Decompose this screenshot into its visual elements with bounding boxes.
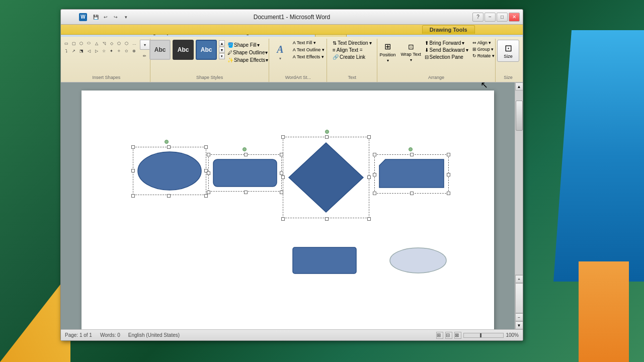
rotate-btn[interactable]: ↻ Rotate ▾ bbox=[471, 53, 496, 59]
shape-more[interactable]: … bbox=[131, 40, 138, 47]
shape-rounded-rect[interactable]: ▢ bbox=[70, 40, 77, 47]
handle-tr-4[interactable] bbox=[447, 153, 450, 156]
zoom-out-btn[interactable]: − bbox=[515, 313, 523, 321]
handle-bl-2[interactable] bbox=[207, 191, 210, 194]
shape-r2-5[interactable]: ▷ bbox=[93, 47, 100, 54]
document-page[interactable] bbox=[82, 90, 494, 329]
rect-shape-5[interactable] bbox=[292, 246, 357, 275]
text-outline-btn[interactable]: A Text Outline ▾ bbox=[291, 47, 326, 53]
handle-tl-2[interactable] bbox=[207, 153, 210, 156]
shape-pentagon[interactable]: ⬠ bbox=[116, 40, 123, 47]
scroll-down-btn[interactable]: ▼ bbox=[515, 321, 523, 329]
handle-mr-4[interactable] bbox=[447, 173, 450, 176]
send-backward-btn[interactable]: ⬇ Send Backward ▾ bbox=[423, 47, 470, 53]
handle-bl-4[interactable] bbox=[373, 192, 376, 195]
shape-r2-4[interactable]: ◁ bbox=[86, 47, 93, 54]
draw-freeform[interactable]: ✏ bbox=[140, 51, 150, 61]
shape-triangle[interactable]: △ bbox=[93, 40, 100, 47]
handle-tr-1[interactable] bbox=[204, 145, 208, 149]
handle-ml-4[interactable] bbox=[373, 173, 376, 176]
handle-tl-4[interactable] bbox=[373, 153, 376, 156]
handle-tl-1[interactable] bbox=[131, 145, 135, 149]
smalloval-shape-6[interactable] bbox=[388, 246, 448, 275]
wrap-text-btn[interactable]: ⊡ Wrap Text ▾ bbox=[400, 40, 422, 65]
zoom-slider[interactable] bbox=[515, 283, 523, 313]
style-sample-3[interactable]: Abc bbox=[196, 40, 217, 60]
shape-r2-9[interactable]: ✩ bbox=[123, 47, 130, 54]
style-sample-2[interactable]: Abc bbox=[173, 40, 194, 60]
view-web-btn[interactable]: ⊟ bbox=[445, 332, 452, 339]
handle-tr-3[interactable] bbox=[367, 135, 371, 139]
view-read-btn[interactable]: ⊠ bbox=[454, 332, 461, 339]
style-down-arrow[interactable]: ▼ bbox=[219, 47, 225, 53]
minimize-btn[interactable]: − bbox=[485, 13, 496, 22]
align-text-btn[interactable]: ≡ Align Text = bbox=[331, 47, 373, 53]
vertical-scrollbar[interactable]: ▲ + − ▼ bbox=[515, 82, 523, 329]
shape-rect-container[interactable] bbox=[292, 246, 357, 276]
handle-ml-2[interactable] bbox=[207, 171, 210, 175]
rotation-handle-1[interactable] bbox=[165, 140, 169, 144]
shape-diamond-container[interactable] bbox=[287, 141, 365, 215]
save-qa-btn[interactable]: 💾 bbox=[91, 13, 100, 22]
shape-effects-btn[interactable]: ✨ Shape Effects ▾ bbox=[226, 57, 270, 63]
shape-rect[interactable]: ▭ bbox=[63, 40, 70, 47]
zoom-bar[interactable] bbox=[463, 333, 504, 338]
shape-r2-10[interactable]: ⊕ bbox=[131, 47, 138, 54]
scroll-thumb[interactable] bbox=[516, 101, 523, 131]
shape-r2-1[interactable]: ⤵ bbox=[63, 47, 70, 54]
maximize-btn[interactable]: □ bbox=[497, 13, 508, 22]
shape-r2-2[interactable]: ↗ bbox=[70, 47, 77, 54]
rotation-handle-2[interactable] bbox=[243, 147, 247, 151]
redo-qa-btn[interactable]: ↪ bbox=[111, 13, 120, 22]
handle-br-1[interactable] bbox=[204, 194, 208, 198]
align-btn[interactable]: ⇔ Align ▾ bbox=[471, 40, 496, 46]
close-btn[interactable]: ✕ bbox=[509, 13, 520, 22]
group-btn[interactable]: ⊞ Group ▾ bbox=[471, 46, 496, 52]
handle-tl-3[interactable] bbox=[281, 135, 285, 139]
handle-tm-1[interactable] bbox=[167, 145, 171, 149]
text-effects-btn[interactable]: A Text Effects ▾ bbox=[291, 54, 326, 60]
selection-pane-btn[interactable]: ⊟ Selection Pane bbox=[423, 54, 470, 60]
style-more-arrow[interactable]: ▾ bbox=[219, 53, 225, 59]
shape-r2-3[interactable]: ⬔ bbox=[78, 47, 85, 54]
shape-diamond2[interactable]: ◇ bbox=[108, 40, 115, 47]
shape-snip-rect[interactable]: ⬡ bbox=[78, 40, 85, 47]
position-btn[interactable]: ⊞ Position ▾ bbox=[377, 40, 399, 65]
shape-r2-6[interactable]: ☆ bbox=[101, 47, 108, 54]
shape-roundrect-container[interactable] bbox=[212, 158, 278, 189]
shape-hexagon[interactable]: ⬡ bbox=[123, 40, 130, 47]
shape-fill-btn[interactable]: 🪣 Shape Fill ▾ bbox=[226, 42, 270, 48]
text-fill-btn[interactable]: A Text Fill ▾ bbox=[291, 40, 326, 46]
handle-tm-3[interactable] bbox=[325, 135, 329, 139]
create-link-btn[interactable]: 🔗 Create Link bbox=[331, 54, 373, 60]
shape-outline-btn[interactable]: 🖊 Shape Outline ▾ bbox=[226, 49, 270, 56]
style-up-arrow[interactable]: ▲ bbox=[219, 40, 225, 46]
style-sample-1[interactable]: Abc bbox=[149, 40, 171, 60]
handle-br-3[interactable] bbox=[367, 217, 371, 221]
shape-oval[interactable]: ⬭ bbox=[86, 40, 93, 47]
customize-qa-btn[interactable]: ▾ bbox=[121, 13, 130, 22]
handle-bm-1[interactable] bbox=[167, 194, 171, 198]
handle-tm-2[interactable] bbox=[244, 153, 248, 156]
handle-br-4[interactable] bbox=[447, 192, 450, 195]
shape-sniprect-container[interactable] bbox=[378, 158, 445, 190]
shape-r2-8[interactable]: ✧ bbox=[116, 47, 123, 54]
handle-mr-3[interactable] bbox=[367, 175, 371, 179]
handle-ml-3[interactable] bbox=[281, 175, 285, 179]
undo-qa-btn[interactable]: ↩ bbox=[101, 13, 110, 22]
wordart-gallery-btn[interactable]: A ▾ bbox=[270, 40, 290, 65]
handle-bl-3[interactable] bbox=[281, 217, 285, 221]
rotation-handle-4[interactable] bbox=[409, 147, 413, 151]
view-print-btn[interactable]: ⊞ bbox=[436, 332, 443, 339]
shape-right-triangle[interactable]: ◹ bbox=[101, 40, 108, 47]
text-direction-btn[interactable]: ⇅ Text Direction ▾ bbox=[331, 40, 373, 46]
handle-bm-3[interactable] bbox=[325, 217, 329, 221]
handle-bm-4[interactable] bbox=[410, 192, 414, 195]
shape-smalloval-container[interactable] bbox=[388, 246, 448, 276]
bring-forward-btn[interactable]: ⬆ Bring Forward ▾ bbox=[423, 40, 470, 46]
handle-bl-1[interactable] bbox=[131, 194, 135, 198]
zoom-in-btn[interactable]: + bbox=[515, 275, 523, 283]
size-btn[interactable]: ⊡ Size bbox=[497, 40, 519, 62]
shape-oval-container[interactable] bbox=[137, 151, 202, 192]
handle-ml-1[interactable] bbox=[131, 169, 135, 172]
